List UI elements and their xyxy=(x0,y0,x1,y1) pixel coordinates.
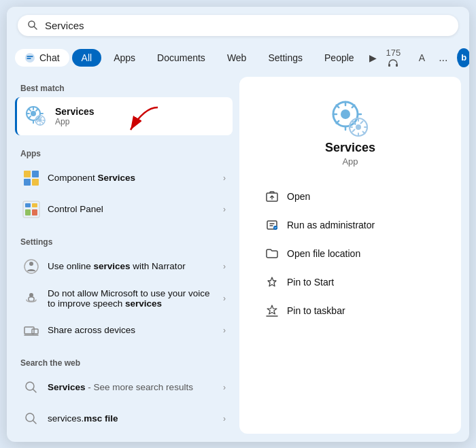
best-match-label: Best match xyxy=(15,77,233,97)
svg-rect-3 xyxy=(388,64,390,67)
svg-rect-23 xyxy=(32,329,38,334)
left-panel: Best match Services App xyxy=(15,77,233,434)
best-match-subtitle: App xyxy=(55,117,95,126)
svg-rect-17 xyxy=(25,209,31,216)
svg-rect-22 xyxy=(24,327,34,334)
search-icon xyxy=(27,20,38,31)
voice-icon xyxy=(22,289,41,308)
result-count: 175 xyxy=(382,44,411,71)
services-icon-small xyxy=(24,104,48,128)
folder-icon xyxy=(265,247,279,260)
component-services-icon xyxy=(22,169,41,188)
svg-rect-13 xyxy=(32,179,39,186)
action-pin-start[interactable]: Pin to Start xyxy=(260,269,441,296)
svg-point-6 xyxy=(31,111,36,116)
action-file-location[interactable]: Open file location xyxy=(260,240,441,267)
settings-section-label: Settings xyxy=(15,230,233,251)
svg-rect-16 xyxy=(32,203,37,207)
svg-rect-15 xyxy=(25,203,31,207)
voice-label: Do not allow Microsoft to use your voice… xyxy=(48,288,216,309)
svg-point-2 xyxy=(25,53,35,63)
svg-point-8 xyxy=(39,118,42,122)
tab-right-group: 175 A ... b xyxy=(382,44,469,71)
chevron-icon-1: › xyxy=(223,173,226,183)
search-input-wrap[interactable]: Services xyxy=(18,15,458,36)
chat-icon xyxy=(24,52,35,63)
svg-rect-12 xyxy=(24,179,31,186)
pin-icon xyxy=(265,275,279,289)
tab-settings[interactable]: Settings xyxy=(258,49,312,67)
svg-point-34 xyxy=(356,124,361,130)
chevron-icon-4: › xyxy=(223,294,226,303)
action-run-admin[interactable]: Run as administrator xyxy=(260,211,441,239)
svg-rect-18 xyxy=(32,209,37,216)
list-item-control-panel[interactable]: Control Panel › xyxy=(15,194,233,225)
open-icon xyxy=(265,190,279,203)
svg-point-32 xyxy=(341,109,350,119)
search-bar: Services xyxy=(7,7,469,41)
admin-icon xyxy=(265,218,279,232)
svg-line-1 xyxy=(34,27,37,29)
svg-line-26 xyxy=(33,389,37,392)
action-pin-start-label: Pin to Start xyxy=(287,277,334,288)
web-search-icon-2 xyxy=(22,409,41,428)
action-admin-label: Run as administrator xyxy=(287,220,375,230)
tab-people[interactable]: People xyxy=(315,49,364,67)
list-item-web-msc-file[interactable]: services.msc file › xyxy=(15,403,233,434)
list-item-voice[interactable]: Do not allow Microsoft to use your voice… xyxy=(15,282,233,315)
chevron-icon-2: › xyxy=(223,205,226,214)
component-services-label: Component Services xyxy=(48,173,216,183)
pin-taskbar-icon xyxy=(265,304,279,317)
right-app-name: Services xyxy=(325,141,375,155)
tab-documents[interactable]: Documents xyxy=(148,49,215,67)
right-panel: Services App Open xyxy=(239,77,461,434)
web-search-icon-1 xyxy=(22,378,41,397)
chevron-icon-3: › xyxy=(223,262,226,271)
search-input[interactable]: Services xyxy=(45,20,449,31)
list-item-web-services[interactable]: Services - See more search results › xyxy=(15,372,233,403)
list-item-share-devices[interactable]: Share across devices › xyxy=(15,315,233,346)
svg-rect-11 xyxy=(32,171,39,177)
narrator-icon xyxy=(22,257,41,276)
tab-apps[interactable]: Apps xyxy=(104,49,145,67)
play-button[interactable]: ▶ xyxy=(367,49,379,67)
filter-tabs: Chat All Apps Documents Web Settings Peo… xyxy=(7,41,469,77)
more-button[interactable]: ... xyxy=(433,48,453,67)
control-panel-icon xyxy=(22,200,41,219)
tab-chat[interactable]: Chat xyxy=(15,49,69,67)
services-app-icon xyxy=(328,97,372,141)
chevron-icon-5: › xyxy=(223,326,226,335)
web-msc-file-label: services.msc file xyxy=(48,413,216,424)
tab-all[interactable]: All xyxy=(72,49,102,67)
web-services-label: Services - See more search results xyxy=(48,382,216,392)
font-size-button[interactable]: A xyxy=(415,49,429,67)
control-panel-label: Control Panel xyxy=(48,204,216,214)
narrator-label: Use online services with Narrator xyxy=(48,261,216,271)
apps-section-label: Apps xyxy=(15,142,233,162)
svg-rect-4 xyxy=(396,64,398,67)
action-file-location-label: Open file location xyxy=(287,248,360,259)
action-pin-taskbar[interactable]: Pin to taskbar xyxy=(260,297,441,324)
action-pin-taskbar-label: Pin to taskbar xyxy=(287,305,345,316)
headset-icon xyxy=(388,59,398,67)
share-icon xyxy=(22,321,41,340)
search-window: Services Chat All Apps Documents Web Set… xyxy=(7,7,469,442)
svg-line-28 xyxy=(33,420,37,424)
best-match-text: Services App xyxy=(55,106,95,126)
action-open-label: Open xyxy=(287,191,310,202)
main-content: Best match Services App xyxy=(7,77,469,442)
share-label: Share across devices xyxy=(48,325,216,335)
right-actions-list: Open Run as administrator xyxy=(253,183,447,324)
list-item-component-services[interactable]: Component Services › xyxy=(15,162,233,194)
list-item-narrator[interactable]: Use online services with Narrator › xyxy=(15,251,233,282)
action-open[interactable]: Open xyxy=(260,183,441,210)
chevron-icon-6: › xyxy=(223,383,226,392)
tab-web[interactable]: Web xyxy=(218,49,256,67)
chevron-icon-7: › xyxy=(223,414,226,424)
svg-rect-10 xyxy=(24,171,31,177)
best-match-item[interactable]: Services App xyxy=(15,97,233,135)
svg-point-20 xyxy=(29,262,33,266)
right-app-type: App xyxy=(342,156,358,167)
web-section-label: Search the web xyxy=(15,351,233,372)
bing-button[interactable]: b xyxy=(457,48,469,67)
